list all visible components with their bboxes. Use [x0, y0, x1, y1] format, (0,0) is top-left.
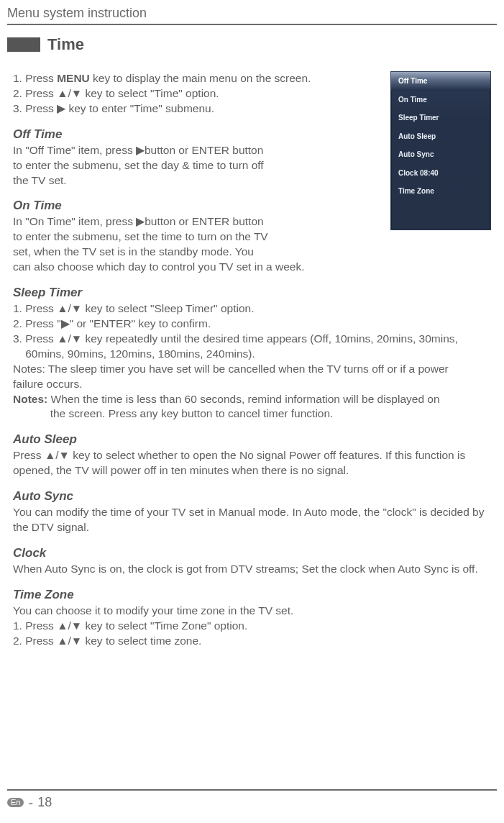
osd-item-auto-sync: Auto Sync	[391, 145, 490, 164]
osd-item-sleep-timer: Sleep Timer	[391, 109, 490, 127]
intro-line-1: 1. Press MENU key to display the main me…	[13, 71, 387, 86]
osd-item-on-time: On Time	[391, 91, 490, 109]
off-time-p3: the TV set.	[13, 173, 387, 188]
time-zone-heading: Time Zone	[13, 587, 497, 604]
sleep-timer-notes2-a: When the time is less than 60 seconds, r…	[47, 393, 439, 405]
osd-menu-preview: Off Time On Time Sleep Timer Auto Sleep …	[390, 71, 491, 230]
off-time-heading: Off Time	[13, 127, 387, 143]
footer-divider	[7, 789, 497, 791]
auto-sleep-p1: Press ▲/▼ key to select whether to open …	[13, 448, 497, 478]
intro-line-3: 3. Press ▶ key to enter "Time" submenu.	[13, 101, 387, 117]
intro-line-1-prefix: 1. Press	[13, 72, 57, 84]
intro-line-1-suffix: key to display the main menu on the scre…	[90, 72, 311, 84]
clock-p1: When Auto Sync is on, the clock is got f…	[13, 562, 497, 577]
page-header-title: Menu system instruction	[7, 6, 497, 21]
sleep-timer-p4b: failure occurs.	[13, 377, 497, 392]
sleep-timer-notes2-bold: Notes:	[13, 393, 47, 405]
on-time-p2: to enter the submenu, set the time to tu…	[13, 229, 387, 245]
time-zone-p1: You can choose it to modify your time zo…	[13, 604, 497, 619]
intro-line-2: 2. Press ▲/▼ key to select "Time" option…	[13, 86, 387, 101]
osd-item-auto-sleep: Auto Sleep	[391, 127, 490, 146]
section-bar	[7, 37, 40, 52]
time-zone-p2: 1. Press ▲/▼ key to select "Time Zone" o…	[13, 619, 497, 634]
osd-item-clock: Clock 08:40	[391, 164, 490, 183]
intro-line-1-bold: MENU	[57, 72, 90, 84]
on-time-p1: In "On Time" item, press ▶button or ENTE…	[13, 214, 387, 229]
clock-heading: Clock	[13, 545, 497, 562]
footer-lang-badge: En	[7, 798, 24, 807]
section-title: Time	[47, 35, 84, 54]
sleep-timer-notes2: Notes: When the time is less than 60 sec…	[13, 392, 497, 407]
osd-item-time-zone: Time Zone	[391, 182, 490, 201]
sleep-timer-p3b: 60mins, 90mins, 120mins, 180mins, 240min…	[13, 347, 497, 362]
on-time-heading: On Time	[13, 198, 387, 214]
on-time-p4: can also choose which day to control you…	[13, 260, 387, 275]
off-time-p2: to enter the submenu, set the day & time…	[13, 158, 387, 173]
sleep-timer-p3a: 3. Press ▲/▼ key repeatedly until the de…	[13, 332, 497, 347]
sleep-timer-p4a: Notes: The sleep timer you have set will…	[13, 362, 497, 377]
sleep-timer-p1: 1. Press ▲/▼ key to select "Sleep Timer"…	[13, 301, 497, 317]
osd-item-off-time: Off Time	[391, 72, 490, 91]
on-time-p3: set, when the TV set is in the standby m…	[13, 245, 387, 260]
header-divider	[7, 24, 497, 25]
auto-sync-p1: You can modify the time of your TV set i…	[13, 505, 497, 535]
auto-sync-heading: Auto Sync	[13, 488, 497, 505]
footer-dash: -	[28, 796, 33, 810]
sleep-timer-notes2-b: the screen. Press any key button to canc…	[13, 406, 497, 422]
off-time-p1: In "Off Time" item, press ▶button or ENT…	[13, 143, 387, 158]
sleep-timer-heading: Sleep Timer	[13, 285, 497, 301]
time-zone-p3: 2. Press ▲/▼ key to select time zone.	[13, 634, 497, 649]
sleep-timer-p2: 2. Press "▶" or "ENTER" key to confirm.	[13, 317, 497, 332]
footer-page-number: 18	[37, 795, 52, 810]
auto-sleep-heading: Auto Sleep	[13, 432, 497, 448]
